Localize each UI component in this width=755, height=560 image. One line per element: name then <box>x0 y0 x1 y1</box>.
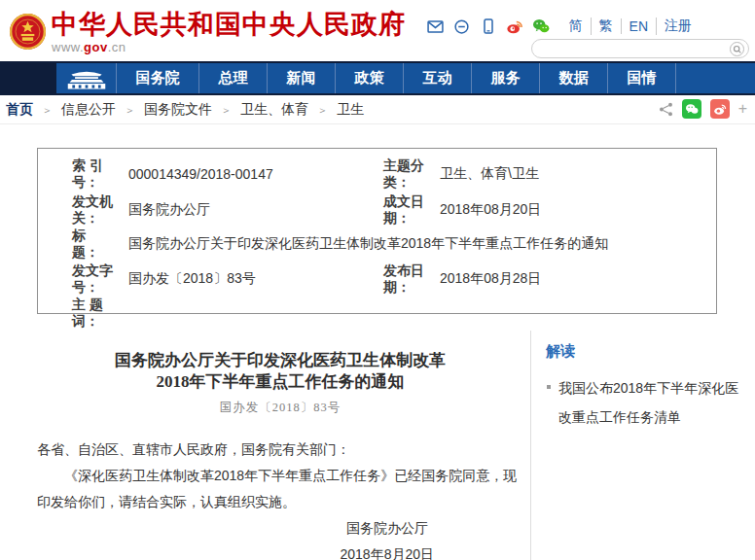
topbar: 简 繁 EN 注册 <box>427 17 700 36</box>
meta-value-publish-date: 2018年08月28日 <box>440 270 541 288</box>
article-title-line1: 国务院办公厅关于印发深化医药卫生体制改革 <box>37 350 523 371</box>
url-cn: .cn <box>108 40 126 54</box>
breadcrumb-health[interactable]: 卫生 <box>337 101 364 119</box>
lang-english[interactable]: EN <box>621 18 656 34</box>
breadcrumb-health-sports[interactable]: 卫生、体育 <box>240 101 308 119</box>
sidebar-link-item[interactable]: 我国公布2018年下半年深化医改重点工作任务清单 <box>546 373 740 432</box>
meta-value-issuing-agency: 国务院办公厅 <box>128 201 210 219</box>
meta-value-doc-number: 国办发〔2018〕83号 <box>128 270 256 288</box>
nav-inner: 国务院 总理 新闻 政策 互动 服务 数据 国情 <box>56 63 755 93</box>
lang-simplified[interactable]: 简 <box>561 18 591 35</box>
main-nav: 国务院 总理 新闻 政策 互动 服务 数据 国情 <box>0 61 755 95</box>
share-weibo-icon[interactable] <box>710 99 730 119</box>
sidebar-link-text: 我国公布2018年下半年深化医改重点工作任务清单 <box>558 380 738 425</box>
article-title: 国务院办公厅关于印发深化医药卫生体制改革 2018年下半年重点工作任务的通知 <box>37 350 523 393</box>
meta-row: 发文字 号： 国办发〔2018〕83号 发布日 期： 2018年08月28日 <box>72 261 706 297</box>
bullet-icon <box>547 385 551 389</box>
share-more-icon[interactable]: + <box>738 101 747 117</box>
article-title-line2: 2018年下半年重点工作任务的通知 <box>37 371 523 393</box>
share-icon[interactable] <box>659 102 673 117</box>
meta-row: 索 引 号： 000014349/2018-00147 主题分 类： 卫生、体育… <box>72 156 706 192</box>
nav-item-interact[interactable]: 互动 <box>404 63 472 93</box>
nav-item-policy[interactable]: 政策 <box>336 63 404 93</box>
meta-value-index-no: 000014349/2018-00147 <box>128 166 273 182</box>
national-emblem-icon <box>9 13 47 51</box>
article-salutation: 各省、自治区、直辖市人民政府，国务院有关部门： <box>37 437 523 463</box>
breadcrumb-info-disclosure[interactable]: 信息公开 <box>61 101 116 119</box>
search-icon[interactable] <box>730 42 744 56</box>
nav-item-data[interactable]: 数据 <box>540 63 608 93</box>
meta-label-written-date: 成文日 期： <box>383 193 432 227</box>
meta-row: 标 题： 国务院办公厅关于印发深化医药卫生体制改革2018年下半年重点工作任务的… <box>72 228 706 261</box>
breadcrumb-separator: ＞ <box>212 103 240 118</box>
breadcrumb-state-council-docs[interactable]: 国务院文件 <box>144 101 212 119</box>
search-bar <box>531 39 749 58</box>
article-signature: 国务院办公厅 <box>37 515 523 542</box>
site-identity[interactable]: 中华人民共和国中央人民政府 www.gov.cn <box>52 10 406 54</box>
meta-label-doc-number: 发文字 号： <box>72 262 121 296</box>
weibo-icon[interactable] <box>506 18 523 35</box>
language-links: 简 繁 EN 注册 <box>561 18 700 35</box>
wechat-icon[interactable] <box>532 18 550 35</box>
meta-value-written-date: 2018年08月20日 <box>440 201 541 219</box>
document-meta-box: 索 引 号： 000014349/2018-00147 主题分 类： 卫生、体育… <box>37 148 717 314</box>
meta-row: 发文机 关： 国务院办公厅 成文日 期： 2018年08月20日 <box>72 192 706 228</box>
meta-label-subject-words: 主 题 词： <box>72 297 121 330</box>
meta-value-topic-class: 卫生、体育\卫生 <box>440 165 539 183</box>
tiananmen-home-icon[interactable] <box>56 63 117 93</box>
meta-label-index-no: 索 引 号： <box>72 158 121 191</box>
site-url: www.gov.cn <box>52 40 406 54</box>
article-body: 各省、自治区、直辖市人民政府，国务院有关部门： 《深化医药卫生体制改革2018年… <box>37 437 523 560</box>
meta-label-title: 标 题： <box>72 228 121 261</box>
sidebar-title: 解读 <box>546 342 755 361</box>
url-gov: gov <box>84 40 108 54</box>
site-title: 中华人民共和国中央人民政府 <box>52 10 406 39</box>
nav-item-news[interactable]: 新闻 <box>268 63 336 93</box>
breadcrumb: 首页 ＞ 信息公开 ＞ 国务院文件 ＞ 卫生、体育 ＞ 卫生 <box>6 101 364 119</box>
meta-value-title: 国务院办公厅关于印发深化医药卫生体制改革2018年下半年重点工作任务的通知 <box>128 235 608 253</box>
share-wechat-icon[interactable] <box>682 99 701 119</box>
mobile-icon[interactable] <box>480 18 497 35</box>
meta-row: 主 题 词： <box>72 297 706 330</box>
breadcrumb-separator: ＞ <box>116 103 144 118</box>
nav-item-state-council[interactable]: 国务院 <box>117 63 199 93</box>
register-link[interactable]: 注册 <box>656 18 700 35</box>
meta-label-issuing-agency: 发文机 关： <box>72 193 121 227</box>
article-doc-number: 国办发〔2018〕83号 <box>37 400 523 416</box>
article-paragraph: 《深化医药卫生体制改革2018年下半年重点工作任务》已经国务院同意，现印发给你们… <box>37 463 523 515</box>
site-header: 中华人民共和国中央人民政府 www.gov.cn <box>0 0 755 61</box>
subscribe-icon[interactable] <box>453 18 471 35</box>
article: 国务院办公厅关于印发深化医药卫生体制改革 2018年下半年重点工作任务的通知 国… <box>37 350 523 560</box>
search-input[interactable] <box>542 41 722 56</box>
breadcrumb-separator: ＞ <box>33 103 61 118</box>
interpretation-sidebar: 解读 我国公布2018年下半年深化医改重点工作任务清单 <box>530 331 755 560</box>
nav-item-premier[interactable]: 总理 <box>199 63 268 93</box>
page: 中华人民共和国中央人民政府 www.gov.cn <box>0 0 755 560</box>
nav-item-national[interactable]: 国情 <box>608 63 676 93</box>
url-www: www. <box>52 40 84 54</box>
share-toolbar: + <box>659 99 747 119</box>
mail-icon[interactable] <box>427 18 445 35</box>
breadcrumb-row: 首页 ＞ 信息公开 ＞ 国务院文件 ＞ 卫生、体育 ＞ 卫生 <box>0 95 755 124</box>
lang-traditional[interactable]: 繁 <box>591 18 621 35</box>
nav-item-services[interactable]: 服务 <box>472 63 540 93</box>
meta-label-publish-date: 发布日 期： <box>383 262 432 296</box>
article-date: 2018年8月20日 <box>37 542 523 560</box>
meta-label-topic-class: 主题分 类： <box>383 158 432 191</box>
breadcrumb-separator: ＞ <box>308 103 337 118</box>
breadcrumb-home[interactable]: 首页 <box>6 101 33 119</box>
